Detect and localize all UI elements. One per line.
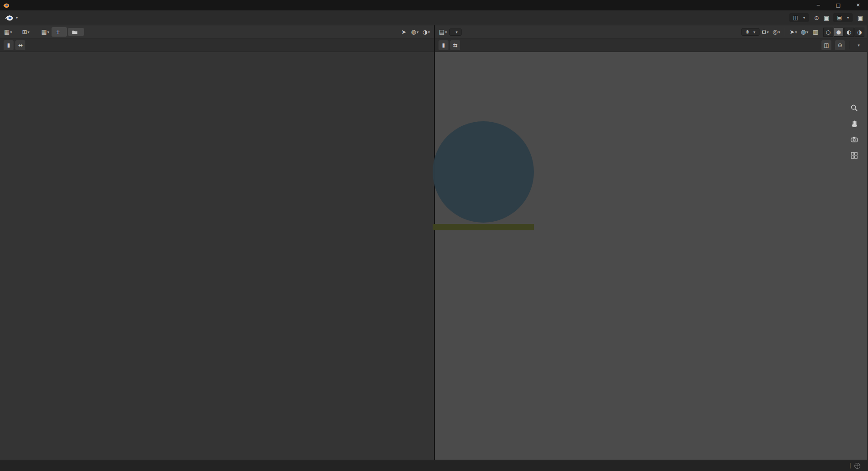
shading-wireframe-button[interactable]: ○ (823, 28, 833, 37)
options-dropdown[interactable]: ▾ (854, 40, 863, 50)
orientation-icon: ⊕ (745, 29, 749, 34)
blender-app-icon (3, 2, 9, 9)
viewlayer-icon: ▣ (837, 14, 842, 21)
snap-magnet-icon[interactable]: Ω▾ (760, 27, 770, 37)
uv-tool-settings-icon-2[interactable]: ↔ (15, 40, 25, 50)
viewport-overlays-icon[interactable]: ◍▾ (799, 27, 810, 37)
uv-islands-svg (0, 52, 434, 460)
navigation-gizmo[interactable] (819, 59, 857, 97)
logo-caret-icon: ▾ (16, 15, 18, 20)
blender-app: ─ □ ✕ ▾ ◫ ▾ ⊙ ▣ ▣ ▾ ▣ (0, 0, 868, 471)
pin-scene-icon[interactable]: ⊙ (811, 13, 821, 23)
zoom-icon[interactable] (848, 102, 860, 114)
mirror-icon[interactable]: ◫ (821, 40, 831, 50)
move-view-icon[interactable] (848, 118, 860, 129)
viewport-nav-icons (848, 102, 860, 161)
shading-rendered-button[interactable]: ◑ (854, 28, 864, 37)
folder-icon (72, 29, 78, 34)
plus-icon: + (56, 29, 60, 35)
shading-mode-group: ○ ● ◐ ◑ (823, 28, 864, 37)
workspace: ▦▾ ⊞▾ ▦▾ + ➤ ◍▾ ◑▾ (0, 25, 868, 460)
uv-tool-settings: ▮ ↔ (0, 39, 434, 52)
uv-image-browse-icon[interactable]: ▦▾ (40, 27, 51, 37)
vp-tool-settings-icon-2[interactable]: ⇆ (450, 40, 460, 50)
uv-display-icon[interactable]: ◑▾ (421, 27, 431, 37)
uv-gizmo-icon[interactable]: ➤ (399, 27, 409, 37)
viewport-header: ▤▾ ▾ ⊕ ▾ Ω▾ ◎▾ ➤▾ ◍▾ ▥ ○ ● (435, 25, 867, 39)
network-icon (854, 463, 860, 469)
uv-canvas[interactable] (0, 52, 434, 460)
uv-open-image-button[interactable] (68, 28, 84, 36)
viewport-editor-type-icon[interactable]: ▤▾ (438, 27, 448, 37)
uv-overlays-icon[interactable]: ◍▾ (410, 27, 420, 37)
mode-dropdown[interactable]: ▾ (449, 29, 462, 36)
uv-new-image-button[interactable]: + (52, 27, 66, 37)
ortho-toggle-icon[interactable] (848, 149, 860, 161)
uv-tool-settings-icon-1[interactable]: ▮ (4, 40, 14, 50)
uv-editor-pane: ▦▾ ⊞▾ ▦▾ + ➤ ◍▾ ◑▾ (0, 25, 435, 460)
shading-solid-button[interactable]: ● (834, 28, 844, 37)
blender-logo-icon[interactable] (5, 13, 14, 22)
viewport-gizmos-icon[interactable]: ➤▾ (788, 27, 798, 37)
proportional-edit-icon[interactable]: ◎▾ (771, 27, 782, 37)
add-workspace-button[interactable] (24, 15, 32, 20)
vp-tool-settings-icon-1[interactable]: ▮ (439, 40, 448, 50)
scene-icon: ◫ (793, 14, 798, 21)
viewport-pane: ▤▾ ▾ ⊕ ▾ Ω▾ ◎▾ ➤▾ ◍▾ ▥ ○ ● (435, 25, 867, 460)
orientation-dropdown[interactable]: ⊕ ▾ (741, 28, 760, 36)
uv-editor-header: ▦▾ ⊞▾ ▦▾ + ➤ ◍▾ ◑▾ (0, 25, 434, 39)
shading-material-button[interactable]: ◐ (844, 28, 854, 37)
uv-sticky-select-icon[interactable]: ⊞▾ (21, 27, 31, 37)
viewport-tool-settings: ▮ ⇆ ◫ ⊙ ▾ (435, 39, 867, 52)
scene-selector[interactable]: ◫ ▾ (789, 13, 809, 22)
menubar: ▾ ◫ ▾ ⊙ ▣ ▣ ▾ ▣ (0, 10, 868, 25)
xray-toggle-icon[interactable]: ▥ (811, 27, 821, 37)
statusbar: | (0, 460, 868, 471)
titlebar: ─ □ ✕ (0, 0, 868, 10)
viewlayer-selector[interactable]: ▣ ▾ (833, 13, 853, 22)
maximize-button[interactable]: □ (828, 0, 848, 10)
uv-editor-type-icon[interactable]: ▦▾ (3, 27, 14, 37)
close-button[interactable]: ✕ (848, 0, 868, 10)
new-scene-icon[interactable]: ▣ (821, 13, 831, 23)
scene-caret-icon: ▾ (803, 15, 806, 20)
viewport-scene-svg (435, 52, 867, 460)
viewport-canvas[interactable] (435, 52, 867, 460)
camera-view-icon[interactable] (848, 133, 860, 145)
snap-options-icon[interactable]: ⊙ (835, 40, 845, 50)
viewlayer-caret-icon: ▾ (847, 15, 849, 20)
copy-viewlayer-icon[interactable]: ▣ (855, 13, 865, 23)
minimize-button[interactable]: ─ (808, 0, 828, 10)
